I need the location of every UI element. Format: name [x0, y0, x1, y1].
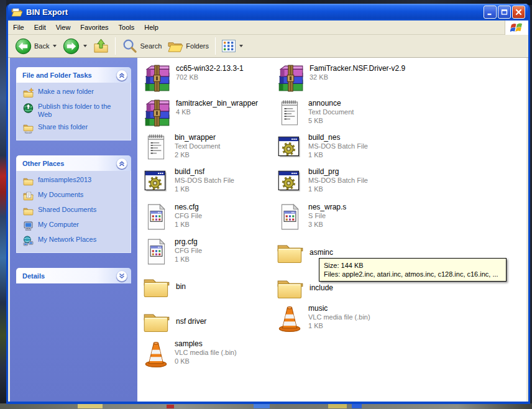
menu-edit[interactable]: Edit [29, 21, 51, 34]
folder-icon [277, 240, 304, 265]
folder-icon [143, 309, 170, 334]
desktop-background-left [0, 0, 6, 409]
cfg-file-icon [143, 203, 169, 231]
folder-icon [23, 176, 34, 186]
details-title: Details [22, 272, 45, 280]
toolbar-separator [115, 37, 116, 55]
batch-file-icon [277, 167, 303, 196]
menu-help[interactable]: Help [139, 21, 163, 34]
forward-dropdown-arrow-icon[interactable] [83, 45, 87, 47]
folder-icon [143, 274, 170, 299]
window-body: File and Folder Tasks Make a new folder [10, 58, 526, 402]
place-label: Shared Documents [38, 206, 96, 214]
file-bin-wrapper[interactable]: bin_wrapper Text Document 2 KB [143, 133, 277, 162]
s-file-icon [277, 203, 303, 231]
back-button[interactable]: Back [12, 37, 60, 56]
file-type: CFG File [175, 247, 202, 255]
file-size: 1 KB [175, 255, 202, 264]
windows-logo-icon [510, 22, 523, 34]
place-my-documents[interactable]: My Documents [23, 191, 127, 201]
tooltip-files-line: Files: apple2.inc, atari.inc, atmos.inc,… [324, 270, 502, 278]
file-prg-cfg[interactable]: prg.cfg CFG File 1 KB [143, 237, 277, 266]
back-dropdown-arrow-icon[interactable] [53, 45, 57, 47]
file-type: CFG File [175, 212, 202, 220]
forward-button[interactable] [60, 37, 90, 56]
file-famitracker-nsf-driver[interactable]: FamiTracker.NSF.Driver-v2.9 32 KB [277, 64, 410, 93]
batch-file-icon [277, 133, 303, 162]
file-name: prg.cfg [175, 237, 202, 246]
collapse-button[interactable] [116, 70, 127, 81]
menu-view[interactable]: View [51, 21, 76, 34]
file-name: build_nsf [175, 167, 234, 176]
file-nes-cfg[interactable]: nes.cfg CFG File 1 KB [143, 203, 277, 231]
views-icon [222, 40, 236, 52]
expand-button[interactable] [116, 270, 127, 282]
folders-button[interactable]: Folders [165, 38, 212, 55]
taskbar-fragment [167, 405, 174, 408]
other-places-header[interactable]: Other Places [16, 155, 131, 171]
file-nes-wrap-s[interactable]: nes_wrap.s S File 3 KB [277, 203, 410, 231]
file-announce[interactable]: announce Text Document 5 KB [277, 99, 410, 127]
file-music[interactable]: music VLC media file (.bin) 1 KB [277, 304, 410, 333]
explorer-window: BIN Export File Edit View Favorites Tool… [6, 4, 530, 404]
menu-favorites[interactable]: Favorites [75, 21, 113, 34]
file-famitracker-bin-wrapper[interactable]: famitracker_bin_wrapper 4 KB [143, 99, 277, 127]
place-shared-documents[interactable]: Shared Documents [23, 206, 127, 216]
new-folder-icon [23, 88, 34, 98]
details-card: Details [16, 268, 131, 283]
file-build-nsf[interactable]: build_nsf MS-DOS Batch File 1 KB [143, 167, 277, 196]
file-name: bin_wrapper [175, 133, 220, 142]
place-my-network-places[interactable]: My Network Places [23, 236, 127, 246]
views-button[interactable] [219, 39, 246, 53]
place-label: My Network Places [38, 236, 96, 244]
place-famisamples2013[interactable]: famisamples2013 [23, 176, 127, 186]
task-publish-folder[interactable]: Publish this folder to the Web [23, 103, 127, 119]
file-name: FamiTracker.NSF.Driver-v2.9 [310, 64, 405, 73]
search-button[interactable]: Search [119, 37, 165, 55]
cfg-file-icon [143, 237, 169, 266]
folder-bin[interactable]: bin [143, 274, 277, 299]
place-my-computer[interactable]: My Computer [23, 221, 127, 231]
place-label: My Computer [38, 221, 79, 229]
menu-tools[interactable]: Tools [114, 21, 140, 34]
up-button[interactable] [90, 37, 112, 55]
folder-name: asminc [310, 248, 333, 257]
views-dropdown-arrow-icon[interactable] [239, 45, 243, 47]
file-build-prg[interactable]: build_prg MS-DOS Batch File 1 KB [277, 167, 410, 196]
folder-nsf-driver[interactable]: nsf driver [143, 309, 277, 334]
network-places-icon [23, 236, 34, 246]
menu-file[interactable]: File [8, 21, 29, 34]
collapse-button[interactable] [116, 158, 127, 169]
file-type: VLC media file (.bin) [308, 313, 370, 321]
file-size: 0 KB [175, 357, 237, 365]
file-name: famitracker_bin_wrapper [176, 99, 258, 108]
file-size: 4 KB [176, 108, 258, 116]
text-document-icon [143, 133, 169, 162]
file-name: nes.cfg [175, 203, 202, 211]
task-make-new-folder[interactable]: Make a new folder [23, 88, 127, 98]
file-name: build_nes [308, 133, 368, 142]
vlc-cone-icon [277, 304, 303, 333]
title-bar[interactable]: BIN Export [8, 4, 528, 21]
file-samples[interactable]: samples VLC media file (.bin) 0 KB [143, 339, 277, 368]
file-folder-tasks-title: File and Folder Tasks [22, 71, 92, 79]
screenshot-root: BIN Export File Edit View Favorites Tool… [0, 0, 532, 409]
file-cc65-win32[interactable]: cc65-win32-2.13.3-1 702 KB [143, 64, 277, 93]
file-name: nes_wrap.s [308, 203, 346, 211]
maximize-button[interactable] [498, 6, 511, 19]
close-button[interactable] [512, 6, 525, 19]
my-documents-icon [23, 191, 34, 201]
details-header[interactable]: Details [16, 268, 131, 283]
task-share-folder[interactable]: Share this folder [23, 123, 127, 134]
winrar-archive-icon [143, 64, 170, 93]
file-type: MS-DOS Batch File [175, 177, 234, 185]
other-places-body: famisamples2013 My Documents Shared Docu… [16, 171, 131, 253]
batch-file-icon [143, 167, 169, 196]
folders-icon [168, 39, 183, 53]
file-folder-tasks-header[interactable]: File and Folder Tasks [16, 67, 131, 83]
file-build-nes[interactable]: build_nes MS-DOS Batch File 1 KB [277, 133, 410, 162]
vlc-cone-icon [143, 339, 169, 368]
toolbar: Back Search Folders [8, 35, 528, 58]
minimize-button[interactable] [484, 6, 497, 19]
taskbar-fragment [254, 404, 270, 408]
